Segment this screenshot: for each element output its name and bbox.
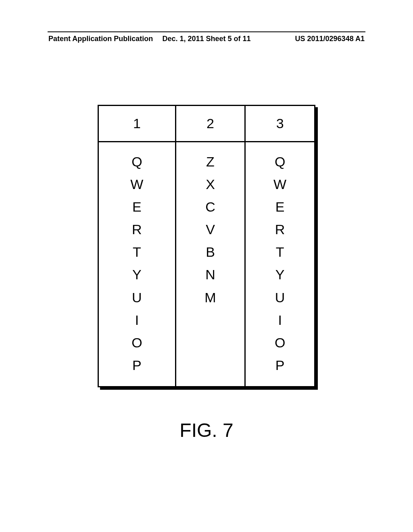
keyboard-mapping-table: 1 2 3 Q W E R T Y U I O <box>98 105 315 387</box>
col-header-2: 2 <box>175 106 245 142</box>
letter: T <box>246 241 314 263</box>
letter: P <box>246 354 314 376</box>
column-3-cell: Q W E R T Y U I O P <box>245 142 315 387</box>
letter: U <box>246 286 314 309</box>
figure-caption: FIG. 7 <box>0 419 413 441</box>
letter: Z <box>176 150 245 173</box>
letter: P <box>99 354 175 376</box>
letter: R <box>246 218 314 241</box>
col-header-3: 3 <box>245 106 315 142</box>
letter: E <box>246 195 314 218</box>
date-sheet-info: Dec. 1, 2011 Sheet 5 of 11 <box>162 35 250 43</box>
letter: U <box>99 286 175 309</box>
letter: M <box>176 286 245 309</box>
letter: W <box>99 173 175 195</box>
letter: C <box>176 195 245 218</box>
letter: N <box>176 263 245 286</box>
publication-number: US 2011/0296348 A1 <box>295 35 365 43</box>
table-wrap: 1 2 3 Q W E R T Y U I O <box>98 105 315 387</box>
letter: Y <box>99 263 175 286</box>
letter: Q <box>246 150 314 173</box>
column-2-cell: Z X C V B N M <box>175 142 245 387</box>
column-1-cell: Q W E R T Y U I O P <box>98 142 176 387</box>
letter: W <box>246 173 314 195</box>
letter: Y <box>246 263 314 286</box>
letter: V <box>176 218 245 241</box>
table-row: Q W E R T Y U I O P Z X C <box>98 142 315 387</box>
letter: R <box>99 218 175 241</box>
col-header-1: 1 <box>98 106 176 142</box>
letter: T <box>99 241 175 263</box>
letter: I <box>246 309 314 331</box>
letter: Q <box>99 150 175 173</box>
letter: X <box>176 173 245 195</box>
letter: I <box>99 309 175 331</box>
letter: B <box>176 241 245 263</box>
letter: E <box>99 195 175 218</box>
publication-type: Patent Application Publication <box>48 35 153 43</box>
figure-area: 1 2 3 Q W E R T Y U I O <box>98 105 315 387</box>
header-rule <box>48 31 365 32</box>
page-header: Patent Application Publication Dec. 1, 2… <box>0 31 413 44</box>
letter: O <box>99 331 175 354</box>
table-header-row: 1 2 3 <box>98 106 315 142</box>
letter: O <box>246 331 314 354</box>
